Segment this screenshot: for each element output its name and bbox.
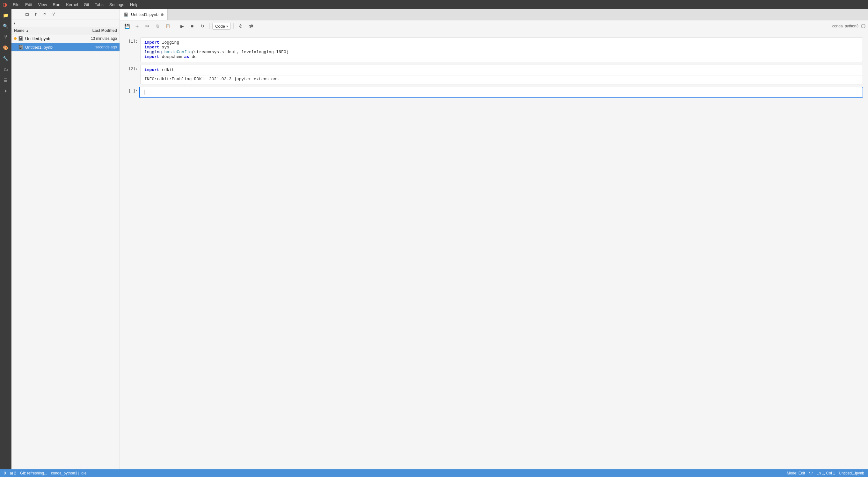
status-bar: 0 ⊞ 2 Git: refreshing... conda_python3 |… bbox=[0, 469, 868, 477]
file-table: Name ▲ Last Modified 📓 Untitled.ipynb 13… bbox=[11, 27, 120, 469]
code-token: (stream=sys.stdout, level=logging.INFO) bbox=[192, 50, 288, 55]
cursor-pos bbox=[144, 90, 147, 95]
file-status-dot bbox=[14, 37, 17, 40]
status-git[interactable]: Git: refreshing... bbox=[20, 471, 47, 475]
cell-container: [ ]: bbox=[125, 87, 863, 98]
cell-number: [1]: bbox=[128, 39, 138, 44]
sidebar-list-btn[interactable]: ☰ bbox=[1, 76, 10, 85]
menu-help[interactable]: Help bbox=[127, 2, 141, 8]
code-token: logging bbox=[159, 40, 179, 45]
run-btn[interactable]: ▶ bbox=[178, 22, 186, 31]
cell-container: [2]: import rdkit INFO:rdkit:Enabling RD… bbox=[125, 65, 863, 84]
breadcrumb[interactable]: / bbox=[14, 21, 15, 26]
status-position: Ln 1, Col 1 bbox=[817, 471, 835, 475]
file-row[interactable]: 📓 Untitled.ipynb 13 minutes ago bbox=[11, 34, 120, 43]
output-text: INFO:rdkit:Enabling RDKit 2021.03.3 jupy… bbox=[145, 77, 279, 81]
code-input[interactable]: import rdkit bbox=[141, 65, 863, 75]
menu-git[interactable]: Git bbox=[81, 2, 92, 8]
file-row[interactable]: 📓 Untitled1.ipynb seconds ago bbox=[11, 43, 120, 52]
cell-type-label: Code bbox=[215, 24, 225, 29]
kernel-name-label: conda_python3 bbox=[832, 24, 859, 28]
status-shield-icon: 🛡 bbox=[809, 471, 813, 475]
code-cell[interactable] bbox=[139, 87, 863, 98]
sidebar-extension-btn[interactable]: ✦ bbox=[1, 87, 10, 96]
notebook-tab-untitled1[interactable]: 📓 Untitled1.ipynb bbox=[120, 9, 168, 20]
status-square: ⊞ 2 bbox=[10, 471, 16, 475]
sidebar-palette-btn[interactable]: 🎨 bbox=[1, 43, 10, 52]
new-launcher-btn[interactable]: ＋ bbox=[14, 10, 22, 18]
save-btn[interactable]: 💾 bbox=[122, 22, 131, 31]
copy-btn[interactable]: ⎘ bbox=[153, 22, 162, 31]
file-table-header: Name ▲ Last Modified bbox=[11, 27, 120, 34]
file-modified-label: 13 minutes ago bbox=[75, 36, 117, 41]
col-name-header[interactable]: Name ▲ bbox=[14, 28, 75, 33]
git-panel-btn[interactable]: ⑂ bbox=[50, 10, 57, 18]
sort-arrow-icon: ▲ bbox=[26, 29, 29, 32]
git-toolbar-btn[interactable]: git bbox=[246, 22, 255, 31]
code-token: dc bbox=[189, 55, 196, 59]
sidebar-wrench-btn[interactable]: 🔧 bbox=[1, 54, 10, 63]
paste-btn[interactable]: 📋 bbox=[163, 22, 172, 31]
notebook-tab-label: Untitled1.ipynb bbox=[131, 12, 158, 17]
new-folder-btn[interactable]: 🗀 bbox=[23, 10, 31, 18]
cell-number: [ ]: bbox=[128, 89, 138, 93]
menu-view[interactable]: View bbox=[35, 2, 50, 8]
cell-type-chevron-icon: ▾ bbox=[226, 25, 228, 28]
menu-run[interactable]: Run bbox=[50, 2, 63, 8]
menu-tabs[interactable]: Tabs bbox=[92, 2, 106, 8]
sidebar-search-btn[interactable]: 🔍 bbox=[1, 22, 10, 31]
code-input[interactable] bbox=[140, 87, 863, 97]
add-cell-btn[interactable]: + bbox=[133, 22, 142, 31]
menu-file[interactable]: File bbox=[10, 2, 22, 8]
cell-type-dropdown[interactable]: Code ▾ bbox=[212, 23, 231, 30]
sidebar-files-btn[interactable]: 📁 bbox=[1, 11, 10, 20]
code-token: sys bbox=[159, 45, 169, 50]
cell-body[interactable] bbox=[139, 87, 863, 98]
stop-btn[interactable]: ■ bbox=[188, 22, 197, 31]
kernel-status-circle bbox=[861, 24, 865, 28]
code-cell[interactable]: import rdkit INFO:rdkit:Enabling RDKit 2… bbox=[140, 65, 863, 84]
sidebar-git-btn[interactable]: ⑂ bbox=[1, 32, 10, 41]
sidebar-folder2-btn[interactable]: 🗂 bbox=[1, 65, 10, 74]
notebook-area: 📓 Untitled1.ipynb 💾 + ✂ ⎘ 📋 ▶ ■ ↻ Code ▾… bbox=[120, 9, 868, 469]
cell-body[interactable]: import rdkit INFO:rdkit:Enabling RDKit 2… bbox=[140, 65, 863, 84]
cut-btn[interactable]: ✂ bbox=[143, 22, 152, 31]
status-square-num: 2 bbox=[14, 471, 16, 475]
code-token: as bbox=[184, 55, 189, 59]
status-right: Mode: Edit 🛡 Ln 1, Col 1 Untitled1.ipynb bbox=[787, 471, 864, 475]
notebook-tab-icon: 📓 bbox=[124, 12, 128, 17]
file-status-dot bbox=[14, 46, 17, 48]
status-mode: Mode: Edit bbox=[787, 471, 805, 475]
code-input[interactable]: import loggingimport syslogging.basicCon… bbox=[141, 38, 863, 62]
code-token: import bbox=[145, 55, 159, 59]
cell-sidebar: [1]: bbox=[125, 37, 140, 62]
col-modified-header[interactable]: Last Modified bbox=[75, 28, 117, 33]
cell-number: [2]: bbox=[128, 67, 138, 71]
refresh-btn[interactable]: ↻ bbox=[41, 10, 49, 18]
app-logo[interactable]: ◑ bbox=[3, 2, 7, 8]
notebook-content: [1]: import loggingimport syslogging.bas… bbox=[120, 32, 868, 469]
restart-btn[interactable]: ↻ bbox=[198, 22, 207, 31]
cell-output: INFO:rdkit:Enabling RDKit 2021.03.3 jupy… bbox=[141, 75, 863, 84]
cells-container: [1]: import loggingimport syslogging.bas… bbox=[125, 37, 863, 98]
menu-settings[interactable]: Settings bbox=[107, 2, 127, 8]
status-kernel[interactable]: conda_python3 | Idle bbox=[51, 471, 86, 475]
code-token: rdkit bbox=[159, 68, 174, 72]
cell-sidebar: [2]: bbox=[125, 65, 140, 84]
main-layout: 📁 🔍 ⑂ 🎨 🔧 🗂 ☰ ✦ ＋ 🗀 ⬆ ↻ ⑂ / Name ▲ bbox=[0, 9, 868, 469]
file-panel-toolbar: ＋ 🗀 ⬆ ↻ ⑂ bbox=[11, 9, 120, 20]
menu-edit[interactable]: Edit bbox=[23, 2, 35, 8]
notebook-toolbar: 💾 + ✂ ⎘ 📋 ▶ ■ ↻ Code ▾ ⏱ git conda_pytho… bbox=[120, 21, 868, 32]
cell-container: [1]: import loggingimport syslogging.bas… bbox=[125, 37, 863, 62]
upload-btn[interactable]: ⬆ bbox=[32, 10, 39, 18]
code-cell[interactable]: import loggingimport syslogging.basicCon… bbox=[140, 37, 863, 62]
toolbar-right: conda_python3 bbox=[832, 24, 865, 28]
time-btn[interactable]: ⏱ bbox=[236, 22, 245, 31]
menu-kernel[interactable]: Kernel bbox=[63, 2, 81, 8]
file-type-icon: 📓 bbox=[18, 36, 23, 41]
file-panel: ＋ 🗀 ⬆ ↻ ⑂ / Name ▲ Last Modified 📓 Untit… bbox=[11, 9, 120, 469]
status-filename: Untitled1.ipynb bbox=[839, 471, 864, 475]
cell-body[interactable]: import loggingimport syslogging.basicCon… bbox=[140, 37, 863, 62]
file-name-label: Untitled.ipynb bbox=[25, 36, 75, 41]
status-left: 0 ⊞ 2 Git: refreshing... conda_python3 |… bbox=[4, 471, 86, 475]
